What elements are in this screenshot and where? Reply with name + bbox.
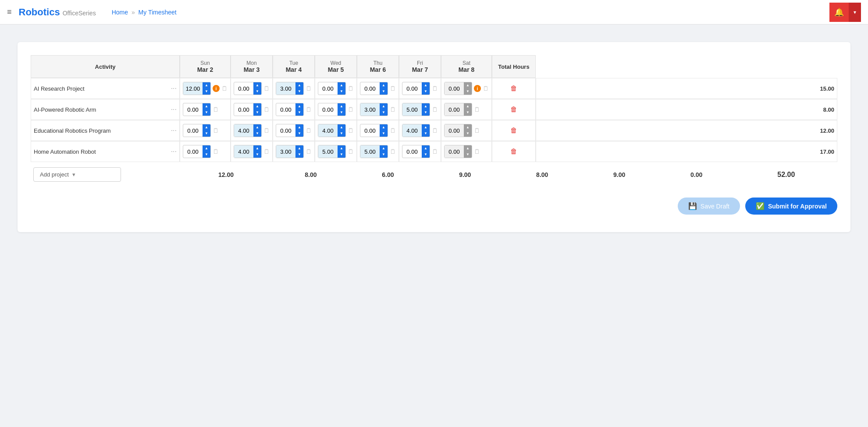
save-draft-button[interactable]: 💾 Save Draft xyxy=(678,198,740,215)
spinner-down-3-fri[interactable]: ▼ xyxy=(422,152,430,158)
note-icon-2-tue[interactable]: 🗒 xyxy=(306,127,312,134)
hour-input-1-tue[interactable] xyxy=(276,103,295,116)
delete-button-1[interactable]: 🗑 xyxy=(508,105,520,114)
spinner-down-2-sun[interactable]: ▼ xyxy=(203,131,210,137)
note-icon-3-wed[interactable]: 🗒 xyxy=(348,148,354,155)
spinner-up-1-tue[interactable]: ▲ xyxy=(295,103,303,109)
spinner-down-1-fri[interactable]: ▼ xyxy=(422,109,430,116)
note-icon-1-thu[interactable]: 🗒 xyxy=(390,106,396,113)
note-icon-3-fri[interactable]: 🗒 xyxy=(432,148,438,155)
note-icon-0-fri[interactable]: 🗒 xyxy=(432,85,438,92)
hour-input-3-mon[interactable] xyxy=(234,145,253,158)
breadcrumb-home[interactable]: Home xyxy=(112,9,128,16)
spinner-up-2-sat[interactable]: ▲ xyxy=(464,124,472,131)
spinner-up-1-thu[interactable]: ▲ xyxy=(380,103,388,109)
spinner-up-1-wed[interactable]: ▲ xyxy=(338,103,345,109)
hour-input-2-mon[interactable] xyxy=(234,124,253,137)
spinner-up-0-sun[interactable]: ▲ xyxy=(203,82,210,88)
spinner-up-1-sun[interactable]: ▲ xyxy=(203,103,210,109)
hour-input-1-fri[interactable] xyxy=(402,103,422,116)
hour-input-3-sun[interactable] xyxy=(183,145,203,158)
spinner-down-2-fri[interactable]: ▼ xyxy=(422,131,430,137)
spinner-down-2-mon[interactable]: ▼ xyxy=(253,131,261,137)
spinner-down-3-thu[interactable]: ▼ xyxy=(380,152,388,158)
spinner-up-0-thu[interactable]: ▲ xyxy=(380,82,388,88)
spinner-up-2-thu[interactable]: ▲ xyxy=(380,124,388,131)
note-icon-0-sun[interactable]: 🗒 xyxy=(221,85,228,92)
note-icon-2-thu[interactable]: 🗒 xyxy=(390,127,396,134)
spinner-up-3-fri[interactable]: ▲ xyxy=(422,145,430,152)
note-icon-0-thu[interactable]: 🗒 xyxy=(390,85,396,92)
note-icon-0-wed[interactable]: 🗒 xyxy=(348,85,354,92)
hour-input-0-fri[interactable] xyxy=(402,82,422,95)
spinner-down-2-sat[interactable]: ▼ xyxy=(464,131,472,137)
spinner-up-3-sat[interactable]: ▲ xyxy=(464,145,472,152)
hour-input-3-sat[interactable] xyxy=(445,145,464,158)
note-icon-3-thu[interactable]: 🗒 xyxy=(390,148,396,155)
spinner-down-2-thu[interactable]: ▼ xyxy=(380,131,388,137)
hour-input-0-sat[interactable] xyxy=(445,82,464,95)
notification-button[interactable]: 🔔 xyxy=(829,3,849,22)
note-icon-0-mon[interactable]: 🗒 xyxy=(263,85,270,92)
note-icon-1-wed[interactable]: 🗒 xyxy=(348,106,354,113)
hour-input-0-thu[interactable] xyxy=(360,82,380,95)
spinner-up-3-mon[interactable]: ▲ xyxy=(253,145,261,152)
spinner-up-3-wed[interactable]: ▲ xyxy=(338,145,345,152)
activity-menu-1[interactable]: ··· xyxy=(171,106,177,113)
delete-button-0[interactable]: 🗑 xyxy=(508,84,520,93)
spinner-down-3-mon[interactable]: ▼ xyxy=(253,152,261,158)
spinner-down-1-tue[interactable]: ▼ xyxy=(295,109,303,116)
spinner-down-0-sat[interactable]: ▼ xyxy=(464,88,472,95)
spinner-down-1-mon[interactable]: ▼ xyxy=(253,109,261,116)
hour-input-2-fri[interactable] xyxy=(402,124,422,137)
note-icon-0-tue[interactable]: 🗒 xyxy=(306,85,312,92)
spinner-up-0-sat[interactable]: ▲ xyxy=(464,82,472,88)
spinner-down-3-sun[interactable]: ▼ xyxy=(203,152,210,158)
spinner-down-0-mon[interactable]: ▼ xyxy=(253,88,261,95)
hour-input-2-sun[interactable] xyxy=(183,124,203,137)
hour-input-2-wed[interactable] xyxy=(318,124,338,137)
delete-button-2[interactable]: 🗑 xyxy=(508,126,520,135)
note-icon-3-tue[interactable]: 🗒 xyxy=(306,148,312,155)
hour-input-3-thu[interactable] xyxy=(360,145,380,158)
spinner-down-1-sun[interactable]: ▼ xyxy=(203,109,210,116)
hour-input-3-fri[interactable] xyxy=(402,145,422,158)
spinner-down-2-wed[interactable]: ▼ xyxy=(338,131,345,137)
note-icon-0-sat[interactable]: 🗒 xyxy=(483,85,489,92)
note-icon-3-sun[interactable]: 🗒 xyxy=(213,148,219,155)
spinner-down-0-tue[interactable]: ▼ xyxy=(295,88,303,95)
spinner-down-0-thu[interactable]: ▼ xyxy=(380,88,388,95)
hour-input-3-wed[interactable] xyxy=(318,145,338,158)
add-project-button[interactable]: Add project ▾ xyxy=(33,167,121,182)
hour-input-3-tue[interactable] xyxy=(276,145,295,158)
spinner-down-1-thu[interactable]: ▼ xyxy=(380,109,388,116)
user-dropdown-button[interactable]: ▾ xyxy=(849,3,861,22)
spinner-down-1-sat[interactable]: ▼ xyxy=(464,109,472,116)
hour-input-0-wed[interactable] xyxy=(318,82,338,95)
hour-input-1-thu[interactable] xyxy=(360,103,380,116)
hour-input-1-sat[interactable] xyxy=(445,103,464,116)
spinner-up-1-fri[interactable]: ▲ xyxy=(422,103,430,109)
spinner-up-0-mon[interactable]: ▲ xyxy=(253,82,261,88)
spinner-up-0-fri[interactable]: ▲ xyxy=(422,82,430,88)
note-icon-2-sun[interactable]: 🗒 xyxy=(213,127,219,134)
activity-menu-0[interactable]: ··· xyxy=(171,85,177,92)
spinner-up-2-fri[interactable]: ▲ xyxy=(422,124,430,131)
hour-input-2-tue[interactable] xyxy=(276,124,295,137)
spinner-down-3-sat[interactable]: ▼ xyxy=(464,152,472,158)
hamburger-icon[interactable]: ≡ xyxy=(7,7,12,17)
spinner-down-3-tue[interactable]: ▼ xyxy=(295,152,303,158)
hour-input-1-mon[interactable] xyxy=(234,103,253,116)
activity-menu-2[interactable]: ··· xyxy=(171,127,177,134)
note-icon-2-mon[interactable]: 🗒 xyxy=(263,127,270,134)
note-icon-1-fri[interactable]: 🗒 xyxy=(432,106,438,113)
hour-input-2-thu[interactable] xyxy=(360,124,380,137)
hour-input-1-wed[interactable] xyxy=(318,103,338,116)
spinner-down-2-tue[interactable]: ▼ xyxy=(295,131,303,137)
note-icon-1-mon[interactable]: 🗒 xyxy=(263,106,270,113)
hour-input-1-sun[interactable] xyxy=(183,103,203,116)
spinner-up-1-sat[interactable]: ▲ xyxy=(464,103,472,109)
spinner-up-2-sun[interactable]: ▲ xyxy=(203,124,210,131)
note-icon-1-sun[interactable]: 🗒 xyxy=(213,106,219,113)
submit-button[interactable]: ✅ Submit for Approval xyxy=(745,198,837,215)
